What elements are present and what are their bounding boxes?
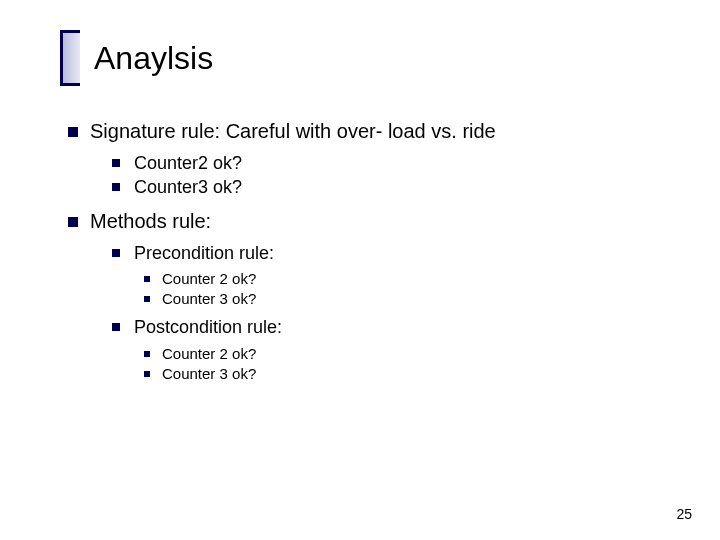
bullet-icon (144, 371, 150, 377)
bullet-text: Counter 3 ok? (162, 364, 256, 384)
bullet-icon (112, 183, 120, 191)
list-item: Counter2 ok? (112, 151, 680, 175)
bullet-text: Signature rule: Careful with over- load … (90, 118, 496, 145)
bullet-text: Counter 2 ok? (162, 344, 256, 364)
bullet-text: Precondition rule: (134, 241, 274, 265)
list-item: Counter 3 ok? (144, 289, 680, 309)
bullet-text: Postcondition rule: (134, 315, 282, 339)
list-item: Counter 2 ok? (144, 344, 680, 364)
bullet-text: Methods rule: (90, 208, 211, 235)
bullet-text: Counter 3 ok? (162, 289, 256, 309)
slide-title: Anaylsis (60, 30, 213, 77)
list-item: Postcondition rule: Counter 2 ok? (112, 315, 680, 384)
slide: Anaylsis Signature rule: Careful with ov… (0, 0, 720, 540)
list-item: Counter 2 ok? (144, 269, 680, 289)
bullet-icon (68, 217, 78, 227)
title-block: Anaylsis (60, 30, 213, 77)
list-item: Methods rule: Precondition rule: C (68, 208, 680, 385)
bullet-icon (112, 323, 120, 331)
bullet-icon (112, 159, 120, 167)
bullet-icon (144, 276, 150, 282)
bullet-text: Counter 2 ok? (162, 269, 256, 289)
page-number: 25 (676, 506, 692, 522)
title-accent-bar (60, 30, 80, 86)
bullet-icon (68, 127, 78, 137)
bullet-text: Counter3 ok? (134, 175, 242, 199)
bullet-icon (112, 249, 120, 257)
list-item: Counter3 ok? (112, 175, 680, 199)
list-item: Signature rule: Careful with over- load … (68, 118, 680, 200)
list-item: Counter 3 ok? (144, 364, 680, 384)
bullet-icon (144, 296, 150, 302)
list-item: Precondition rule: Counter 2 ok? (112, 241, 680, 310)
bullet-text: Counter2 ok? (134, 151, 242, 175)
bullet-icon (144, 351, 150, 357)
slide-body: Signature rule: Careful with over- load … (68, 118, 680, 392)
